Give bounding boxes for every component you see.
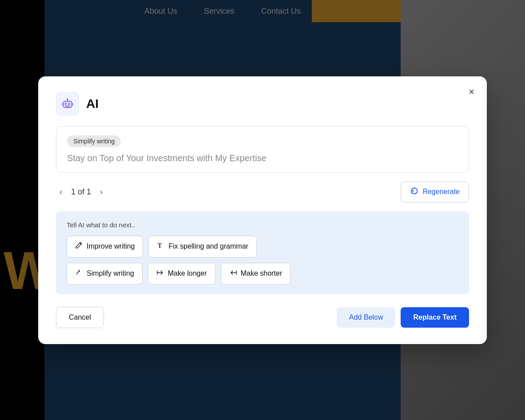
make-shorter-label: Make shorter <box>241 269 282 277</box>
svg-rect-0 <box>63 101 72 107</box>
pagination-row: ‹ 1 of 1 › Regenerate <box>56 182 469 202</box>
svg-point-6 <box>67 98 68 99</box>
ai-suggestions-label: Tell AI what to do next.. <box>67 221 458 229</box>
suggestion-buttons-row-2: Simplify writing Make longer Make shorte… <box>67 263 458 285</box>
make-shorter-button[interactable]: Make shorter <box>221 263 290 285</box>
simplify-writing-label: Simplify writing <box>87 269 134 277</box>
fix-spelling-label: Fix spelling and grammar <box>168 242 248 250</box>
improve-writing-label: Improve writing <box>87 242 135 250</box>
regenerate-icon <box>410 186 419 198</box>
modal-overlay: × <box>0 0 525 420</box>
make-longer-icon <box>156 269 164 279</box>
ai-icon-box <box>56 92 79 115</box>
make-longer-button[interactable]: Make longer <box>148 263 215 285</box>
svg-point-2 <box>65 103 67 105</box>
svg-rect-8 <box>72 103 73 105</box>
pagination-controls: ‹ 1 of 1 › <box>56 186 106 198</box>
svg-text:T: T <box>158 242 162 249</box>
svg-rect-4 <box>65 106 70 107</box>
next-page-button[interactable]: › <box>96 186 106 198</box>
regenerate-button[interactable]: Regenerate <box>401 182 469 202</box>
page-info: 1 of 1 <box>71 187 91 197</box>
result-card: Simplify writing Stay on Top of Your Inv… <box>56 126 469 173</box>
simplify-writing-icon <box>75 269 83 279</box>
fix-spelling-button[interactable]: T Fix spelling and grammar <box>148 236 257 258</box>
svg-rect-7 <box>62 103 63 105</box>
close-button[interactable]: × <box>467 85 476 99</box>
regenerate-label: Regenerate <box>422 188 460 196</box>
make-shorter-icon <box>229 269 237 279</box>
ai-modal: × <box>38 76 487 344</box>
suggestion-buttons-row-1: Improve writing T Fix spelling and gramm… <box>67 236 458 258</box>
improve-writing-button[interactable]: Improve writing <box>67 236 143 258</box>
modal-header: AI <box>56 92 469 115</box>
improve-writing-icon <box>75 242 83 252</box>
result-tag: Simplify writing <box>67 135 121 147</box>
ai-suggestions-panel: Tell AI what to do next.. Improve writin… <box>56 211 469 294</box>
simplify-writing-button[interactable]: Simplify writing <box>67 263 143 285</box>
add-below-button[interactable]: Add Below <box>337 307 396 328</box>
fix-spelling-icon: T <box>157 242 165 252</box>
action-row: Cancel Add Below Replace Text <box>56 307 469 328</box>
modal-title: AI <box>86 97 99 111</box>
action-right: Add Below Replace Text <box>337 307 469 328</box>
result-text: Stay on Top of Your Investments with My … <box>67 153 458 163</box>
svg-point-3 <box>68 103 70 105</box>
make-longer-label: Make longer <box>168 269 207 277</box>
ai-robot-icon <box>60 97 75 111</box>
replace-text-button[interactable]: Replace Text <box>401 307 469 328</box>
prev-page-button[interactable]: ‹ <box>56 186 66 198</box>
cancel-button[interactable]: Cancel <box>56 307 104 328</box>
